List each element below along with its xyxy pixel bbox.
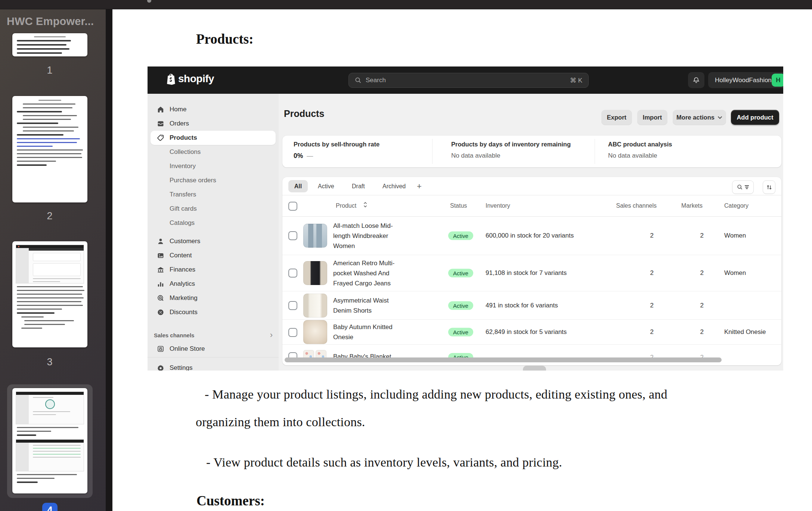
nav-item-inventory[interactable]: Inventory — [151, 159, 276, 173]
inventory-cell: 600,000 in stock for 20 variants — [486, 232, 574, 239]
add-view-button[interactable]: + — [417, 180, 422, 192]
table-row[interactable]: American Retro Multi- pocket Washed And … — [282, 255, 781, 291]
sales-channels-cell: 2 — [650, 232, 654, 239]
nav-item-settings[interactable]: Settings — [151, 361, 276, 371]
sort-button[interactable] — [763, 180, 775, 194]
add-product-button[interactable]: Add product — [731, 110, 779, 125]
tab-archived[interactable]: Archived — [382, 180, 406, 192]
more-actions-button[interactable]: More actions — [673, 110, 726, 125]
category-cell: Women — [724, 232, 746, 239]
nav-item-gift-cards[interactable]: Gift cards — [151, 202, 276, 216]
metric-divider — [595, 139, 595, 164]
shopify-logo[interactable]: shopify — [165, 73, 214, 85]
table-row[interactable]: All-match Loose Mid- length Windbreaker … — [282, 217, 781, 255]
flat-trend-icon: — — [307, 152, 313, 160]
pagination-control[interactable] — [523, 366, 546, 371]
horizontal-scrollbar[interactable] — [285, 357, 722, 362]
filter-lines-icon — [744, 185, 749, 190]
row-checkbox[interactable] — [288, 301, 297, 310]
nav-item-analytics[interactable]: Analytics — [151, 277, 276, 291]
global-search-input[interactable]: Search ⌘ K — [348, 73, 589, 88]
markets-cell: 2 — [700, 328, 704, 336]
product-name-link[interactable]: Asymmetrical Waist Denim Shorts — [333, 295, 389, 316]
search-and-filter-button[interactable] — [732, 180, 754, 194]
nav-item-marketing[interactable]: Marketing — [151, 291, 276, 305]
tab-draft[interactable]: Draft — [352, 180, 365, 192]
import-button[interactable]: Import — [637, 110, 667, 125]
column-header-inventory: Inventory — [486, 202, 510, 209]
export-button[interactable]: Export — [601, 110, 632, 125]
product-name-link[interactable]: All-match Loose Mid- length Windbreaker … — [333, 221, 393, 251]
nav-item-transfers[interactable]: Transfers — [151, 188, 276, 202]
search-icon — [737, 184, 743, 190]
nav-item-finances[interactable]: Finances — [151, 263, 276, 277]
page-number-label: 2 — [31, 210, 68, 222]
doc-bullet-view: - View product details such as inventory… — [206, 455, 562, 470]
sort-arrows-icon — [766, 184, 772, 191]
row-checkbox[interactable] — [288, 231, 297, 240]
status-badge: Active — [448, 301, 473, 310]
metric-label: Products by sell-through rate — [294, 141, 379, 148]
product-name-link[interactable]: Baby Autumn Knitted Onesie — [333, 322, 393, 342]
sales-channels-section-header[interactable]: Sales channels › — [151, 328, 276, 342]
nav-item-products[interactable]: Products — [151, 131, 276, 145]
tab-all[interactable]: All — [288, 180, 308, 192]
gear-icon — [157, 364, 164, 371]
column-header-category: Category — [724, 202, 749, 209]
table-row[interactable]: Baby Autumn Knitted Onesie Active 62,849… — [282, 319, 781, 344]
media-icon — [157, 252, 164, 259]
shopify-bag-icon — [165, 73, 176, 85]
tag-icon — [157, 134, 164, 142]
markets-cell: 2 — [700, 302, 704, 309]
nav-footer: Settings — [148, 357, 279, 371]
sidebar-divider — [106, 0, 112, 511]
sales-channels-cell: 2 — [650, 328, 654, 336]
nav-item-online-store[interactable]: Online Store — [151, 342, 276, 356]
nav-item-discounts[interactable]: Discounts — [151, 305, 276, 319]
page-number-label: 1 — [31, 65, 68, 76]
pdf-thumbnail-sidebar: HWC Empower... 1 — [0, 9, 106, 511]
product-image — [303, 261, 327, 285]
bell-icon — [692, 77, 700, 84]
notifications-button[interactable] — [688, 72, 704, 88]
sort-carets-icon[interactable] — [363, 201, 368, 208]
markets-cell: 2 — [700, 232, 704, 239]
page-thumbnail-3[interactable] — [12, 241, 87, 347]
inventory-cell: 491 in stock for 6 variants — [486, 302, 558, 309]
column-header-sales-channels: Sales channels — [616, 202, 657, 209]
product-image — [303, 294, 327, 318]
screen: HWC Empower... 1 — [0, 0, 812, 511]
column-header-status: Status — [450, 202, 467, 209]
doc-heading-products: Products: — [196, 31, 253, 47]
page-number-label: 3 — [31, 356, 68, 368]
tab-active[interactable]: Active — [318, 180, 334, 192]
nav-item-home[interactable]: Home — [151, 102, 276, 117]
bar-chart-icon — [157, 280, 164, 288]
column-header-product[interactable]: Product — [336, 202, 356, 209]
metric-label: ABC product analysis — [608, 141, 672, 148]
doc-bullet-manage-line2: organizing them into collections. — [196, 415, 365, 429]
page-thumbnail-1[interactable] — [12, 33, 87, 56]
select-all-checkbox[interactable] — [288, 202, 297, 211]
nav-item-orders[interactable]: Orders — [151, 117, 276, 131]
metric-value: No data available — [451, 152, 500, 160]
nav-item-catalogs[interactable]: Catalogs — [151, 216, 276, 230]
nav-item-collections[interactable]: Collections — [151, 145, 276, 159]
column-header-markets: Markets — [681, 202, 703, 209]
nav-item-content[interactable]: Content — [151, 248, 276, 263]
document-title: HWC Empower... — [7, 15, 96, 28]
nav-item-customers[interactable]: Customers — [151, 234, 276, 248]
search-icon — [355, 77, 362, 84]
page-thumbnail-4[interactable] — [12, 388, 87, 493]
store-account-button[interactable]: HolleyWoodFashion H — [708, 72, 783, 88]
row-checkbox[interactable] — [288, 269, 297, 278]
product-name-link[interactable]: American Retro Multi- pocket Washed And … — [333, 258, 394, 288]
target-icon — [157, 294, 164, 302]
metric-value: No data available — [608, 152, 657, 160]
page-thumbnail-2[interactable] — [12, 96, 87, 202]
row-checkbox[interactable] — [288, 328, 297, 337]
table-row[interactable]: Asymmetrical Waist Denim Shorts Active 4… — [282, 291, 781, 319]
storefront-icon — [157, 345, 164, 353]
nav-item-purchase-orders[interactable]: Purchase orders — [151, 173, 276, 188]
metric-value: 0% — [294, 152, 303, 160]
